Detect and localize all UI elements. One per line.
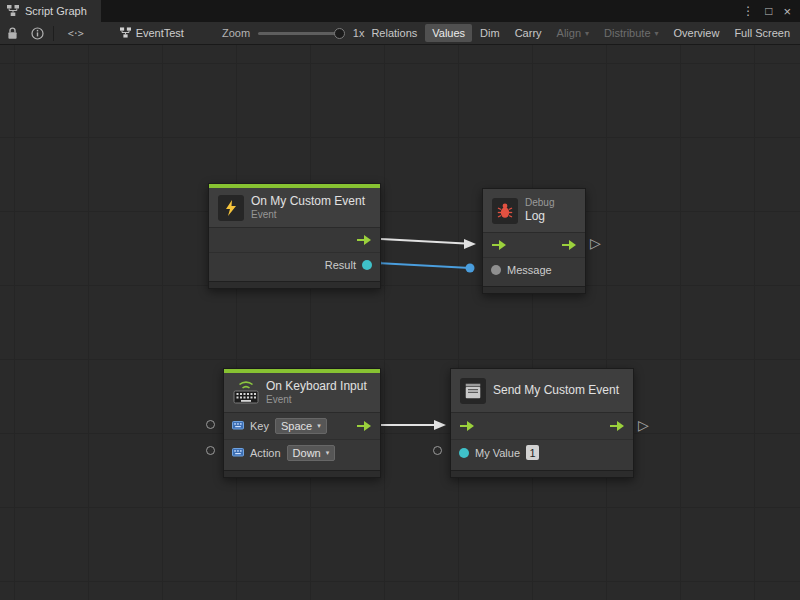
chevron-down-icon: ▾ [655, 29, 659, 38]
action-dropdown[interactable]: Down ▾ [287, 445, 336, 461]
external-port[interactable] [206, 446, 215, 455]
full-screen-button[interactable]: Full Screen [727, 24, 797, 42]
node-footer [209, 281, 380, 288]
chevron-down-icon: ▾ [326, 449, 330, 457]
window-tab-bar: Script Graph ⋮ □ × [0, 0, 800, 22]
continue-triangle-icon[interactable]: ▷ [638, 418, 649, 432]
node-header[interactable]: On Keyboard Input Event [224, 373, 380, 413]
toolbar-button-group: Relations Values Dim Carry Align▾ Distri… [364, 24, 800, 42]
maximize-icon[interactable]: □ [765, 5, 772, 17]
flow-output-port[interactable] [356, 234, 372, 246]
value-output-port[interactable] [362, 260, 372, 270]
port-row [483, 233, 585, 257]
node-footer [451, 470, 633, 477]
port-row: Key Space ▾ [224, 413, 380, 439]
graph-canvas[interactable]: On My Custom Event Event Result [0, 45, 800, 600]
graph-asset-name: EventTest [136, 27, 184, 39]
external-port[interactable] [206, 420, 215, 429]
code-view-icon[interactable]: <·> [57, 22, 94, 44]
chevron-down-icon: ▾ [585, 29, 589, 38]
node-subtitle: Event [251, 209, 365, 221]
node-send-my-custom-event[interactable]: Send My Custom Event My Value 1 [450, 368, 634, 478]
graph-asset-selector[interactable]: EventTest [120, 27, 184, 40]
my-value-input[interactable]: 1 [526, 445, 539, 460]
key-dropdown[interactable]: Space ▾ [275, 418, 327, 434]
toolbar-separator [53, 26, 54, 41]
node-title: Send My Custom Event [493, 383, 619, 397]
zoom-label: Zoom [222, 27, 250, 39]
port-row: Result [209, 252, 380, 276]
align-dropdown-button[interactable]: Align▾ [550, 24, 596, 42]
port-label: My Value [475, 447, 520, 459]
dim-button[interactable]: Dim [473, 24, 507, 42]
distribute-dropdown-button[interactable]: Distribute▾ [597, 24, 665, 42]
port-row [451, 413, 633, 439]
graph-tab-icon [7, 5, 19, 18]
port-label: Key [250, 420, 269, 432]
lightning-icon [218, 195, 244, 221]
node-kind-label: Debug [525, 197, 554, 209]
zoom-value: 1x [353, 27, 365, 39]
node-footer [483, 286, 585, 293]
values-button[interactable]: Values [425, 24, 472, 42]
overview-button[interactable]: Overview [667, 24, 727, 42]
carry-button[interactable]: Carry [508, 24, 549, 42]
tab-script-graph[interactable]: Script Graph [0, 0, 101, 22]
script-graph-window: Script Graph ⋮ □ × <·> EventTest Zoom [0, 0, 800, 600]
key-type-icon [232, 417, 244, 435]
port-row [209, 228, 380, 252]
external-port[interactable] [433, 446, 442, 455]
close-icon[interactable]: × [783, 5, 791, 18]
port-row: My Value 1 [451, 439, 633, 465]
port-label: Result [325, 259, 356, 271]
node-subtitle: Event [266, 394, 367, 406]
port-label: Message [507, 264, 552, 276]
node-debug-log[interactable]: Debug Log Message [482, 188, 586, 294]
continue-triangle-icon[interactable]: ▷ [590, 236, 601, 250]
chevron-down-icon: ▾ [317, 422, 321, 430]
zoom-slider-handle[interactable] [334, 28, 345, 39]
keyboard-input-icon [233, 380, 259, 406]
node-title: On My Custom Event [251, 194, 365, 208]
flow-output-port[interactable] [609, 420, 625, 432]
port-row: Action Down ▾ [224, 439, 380, 465]
node-on-my-custom-event[interactable]: On My Custom Event Event Result [208, 183, 381, 289]
lock-icon[interactable] [0, 22, 25, 44]
value-input-port[interactable] [459, 448, 469, 458]
node-header[interactable]: Send My Custom Event [451, 369, 633, 413]
node-footer [224, 470, 380, 477]
zoom-slider[interactable] [258, 32, 343, 35]
node-title: On Keyboard Input [266, 379, 367, 393]
info-icon[interactable] [25, 22, 50, 44]
tab-title: Script Graph [25, 5, 87, 17]
custom-event-icon [460, 378, 486, 404]
window-controls: ⋮ □ × [742, 0, 800, 22]
flow-output-port[interactable] [561, 239, 577, 251]
port-label: Action [250, 447, 281, 459]
port-row: Message [483, 257, 585, 281]
flow-input-port[interactable] [459, 420, 475, 432]
graph-toolbar: <·> EventTest Zoom 1x Relations Values D… [0, 22, 800, 45]
flow-output-port[interactable] [356, 420, 372, 432]
connections-layer [0, 45, 800, 600]
node-header[interactable]: On My Custom Event Event [209, 188, 380, 228]
flow-input-port[interactable] [491, 239, 507, 251]
key-type-icon [232, 444, 244, 462]
value-input-port[interactable] [491, 265, 501, 275]
bug-icon [492, 198, 518, 224]
node-on-keyboard-input[interactable]: On Keyboard Input Event Key Space ▾ [223, 368, 381, 478]
node-header[interactable]: Debug Log [483, 189, 585, 233]
node-title: Log [525, 209, 554, 223]
window-menu-icon[interactable]: ⋮ [742, 5, 754, 17]
graph-asset-icon [120, 27, 131, 40]
relations-button[interactable]: Relations [364, 24, 424, 42]
